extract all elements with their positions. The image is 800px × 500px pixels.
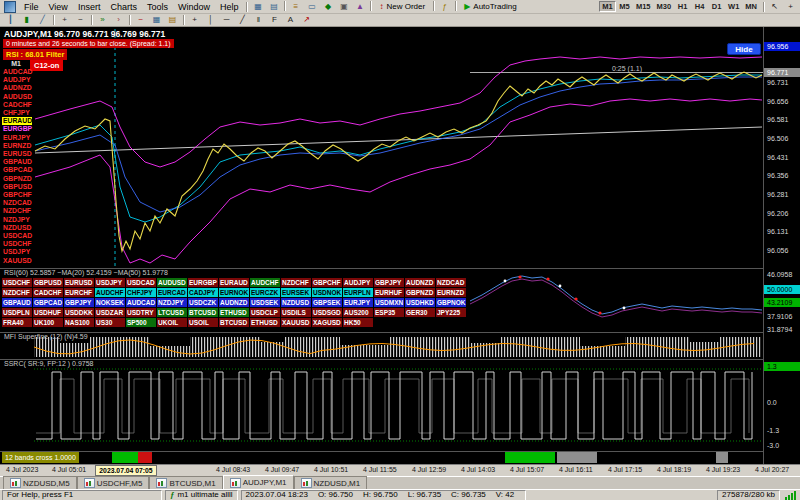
grid-cell-noksek[interactable]: NOKSEK — [95, 298, 125, 307]
chart-bars-icon[interactable]: ┃ — [3, 14, 18, 26]
timeframe-m5[interactable]: M5 — [616, 1, 633, 12]
grid-cell-audcad[interactable]: AUDCAD — [126, 298, 156, 307]
tab-btcusd-m1[interactable]: BTCUSD,M1 — [149, 476, 222, 489]
grid-cell-ethusd[interactable]: ETHUSD — [250, 318, 280, 327]
symbol-usdcad[interactable]: USDCAD — [2, 232, 32, 240]
grid-cell-esp35[interactable]: ESP35 — [374, 308, 404, 317]
grid-cell-eurczk[interactable]: EURCZK — [250, 288, 280, 297]
symbol-nzdusd[interactable]: NZDUSD — [2, 224, 32, 232]
trendline-icon[interactable]: ╱ — [235, 14, 250, 26]
fibonacci-icon[interactable]: F — [267, 14, 282, 26]
symbol-cadchf[interactable]: CADCHF — [2, 101, 32, 109]
grid-cell-eurnzd[interactable]: EURNZD — [436, 288, 466, 297]
menu-window[interactable]: Window — [173, 2, 215, 12]
grid-cell-audjpy[interactable]: AUDJPY — [343, 278, 373, 287]
grid-cell-xagusd[interactable]: XAGUSD — [312, 318, 342, 327]
crosshair-tool-icon[interactable]: + — [187, 14, 202, 26]
grid-cell-cadchf[interactable]: CADCHF — [33, 288, 63, 297]
navigator-icon[interactable]: ◆ — [320, 1, 335, 13]
grid-cell-audnzd[interactable]: AUDNZD — [405, 278, 435, 287]
menu-file[interactable]: File — [19, 2, 44, 12]
symbol-usdjpy[interactable]: USDJPY — [2, 248, 32, 256]
symbol-euraud[interactable]: EURAUD — [2, 117, 32, 125]
grid-cell-nzdchf[interactable]: NZDCHF — [2, 288, 32, 297]
grid-cell-gbpaud[interactable]: GBPAUD — [2, 298, 32, 307]
grid-cell-usdjpy[interactable]: USDJPY — [95, 278, 125, 287]
symbol-gbpcad[interactable]: GBPCAD — [2, 166, 32, 174]
grid-cell-cadjpy[interactable]: CADJPY — [188, 288, 218, 297]
menu-view[interactable]: View — [44, 2, 73, 12]
grid-cell-gbpsek[interactable]: GBPSEK — [312, 298, 342, 307]
symbol-audusd[interactable]: AUDUSD — [2, 93, 32, 101]
symbol-nzdcad[interactable]: NZDCAD — [2, 199, 32, 207]
new-order-button[interactable]: ↕ New Order — [374, 1, 430, 13]
text-icon[interactable]: A — [283, 14, 298, 26]
grid-cell-usdtry[interactable]: USDTRY — [126, 308, 156, 317]
menu-charts[interactable]: Charts — [105, 2, 142, 12]
chart-shift-icon[interactable]: › — [111, 14, 126, 26]
grid-cell-nzdjpy[interactable]: NZDJPY — [157, 298, 187, 307]
symbol-gbpusd[interactable]: GBPUSD — [2, 183, 32, 191]
market-watch-icon[interactable]: ≡ — [288, 1, 303, 13]
grid-cell-ltcusd[interactable]: LTCUSD — [157, 308, 187, 317]
timeframe-mn[interactable]: MN — [742, 1, 760, 12]
grid-cell-uk100[interactable]: UK100 — [33, 318, 63, 327]
grid-cell-eurusd[interactable]: EURUSD — [64, 278, 94, 287]
terminal-icon[interactable]: ▣ — [336, 1, 351, 13]
chart-candles-icon[interactable]: ▮ — [19, 14, 34, 26]
symbol-gbpaud[interactable]: GBPAUD — [2, 158, 32, 166]
chart-window[interactable]: 96.95696.77196.73196.65696.58196.50696.4… — [0, 27, 800, 464]
timeframe-w1[interactable]: W1 — [725, 1, 742, 12]
chart-line-icon[interactable]: ╱ — [35, 14, 50, 26]
grid-cell-gbpjpy[interactable]: GBPJPY — [374, 278, 404, 287]
grid-cell-audchf[interactable]: AUDCHF — [95, 288, 125, 297]
tab-usdchf-m5[interactable]: USDCHF,M5 — [77, 476, 150, 489]
grid-cell-gbpjpy[interactable]: GBPJPY — [64, 298, 94, 307]
symbol-usdchf[interactable]: USDCHF — [2, 240, 32, 248]
auto-scroll-icon[interactable]: » — [95, 14, 110, 26]
tab-audjpy-m1[interactable]: AUDJPY,M1 — [223, 475, 294, 489]
grid-cell-usdczk[interactable]: USDCZK — [188, 298, 218, 307]
grid-cell-aus200[interactable]: AUS200 — [343, 308, 373, 317]
grid-cell-sp500[interactable]: SP500 — [126, 318, 156, 327]
grid-cell-eurpln[interactable]: EURPLN — [343, 288, 373, 297]
grid-cell-chfjpy[interactable]: CHFJPY — [126, 288, 156, 297]
grid-cell-eurcad[interactable]: EURCAD — [157, 288, 187, 297]
grid-cell-usdchf[interactable]: USDCHF — [2, 278, 32, 287]
grid-cell-usdils[interactable]: USDILS — [281, 308, 311, 317]
grid-cell-audnzd[interactable]: AUDNZD — [219, 298, 249, 307]
symbol-eurgbp[interactable]: EURGBP — [2, 125, 32, 133]
data-window-icon[interactable]: ▭ — [304, 1, 319, 13]
grid-cell-eurhuf[interactable]: EURHUF — [374, 288, 404, 297]
grid-cell-eurchf[interactable]: EURCHF — [64, 288, 94, 297]
grid-cell-ger30[interactable]: GER30 — [405, 308, 435, 317]
menu-tools[interactable]: Tools — [142, 2, 173, 12]
symbol-eurjpy[interactable]: EURJPY — [2, 134, 32, 142]
grid-cell-ethusd[interactable]: ETHUSD — [219, 308, 249, 317]
grid-cell-gbpcad[interactable]: GBPCAD — [33, 298, 63, 307]
grid-cell-eursek[interactable]: EURSEK — [281, 288, 311, 297]
symbol-eurusd[interactable]: EURUSD — [2, 150, 32, 158]
grid-cell-nzdusd[interactable]: NZDUSD — [281, 298, 311, 307]
grid-cell-btcusd[interactable]: BTCUSD — [219, 318, 249, 327]
grid-cell-eurjpy[interactable]: EURJPY — [343, 298, 373, 307]
symbol-audcad[interactable]: AUDCAD — [2, 68, 32, 76]
arrow-icon[interactable]: ↗ — [299, 14, 314, 26]
panel-separator[interactable] — [0, 359, 763, 360]
symbol-audnzd[interactable]: AUDNZD — [2, 84, 32, 92]
grid-cell-usdzar[interactable]: USDZAR — [95, 308, 125, 317]
grid-cell-usddkk[interactable]: USDDKK — [64, 308, 94, 317]
grid-cell-xauusd[interactable]: XAUUSD — [281, 318, 311, 327]
grid-cell-nzdchf[interactable]: NZDCHF — [281, 278, 311, 287]
grid-cell-hk50[interactable]: HK50 — [343, 318, 373, 327]
tab-nzdusd-m5[interactable]: NZDUSD,M5 — [3, 476, 77, 489]
symbol-nzdjpy[interactable]: NZDJPY — [2, 216, 32, 224]
grid-cell-usdhkd[interactable]: USDHKD — [405, 298, 435, 307]
grid-cell-fra40[interactable]: FRA40 — [2, 318, 32, 327]
grid-cell-usoil[interactable]: USOIL — [188, 318, 218, 327]
grid-cell-usdpln[interactable]: USDPLN — [2, 308, 32, 317]
grid-cell-usdclp[interactable]: USDCLP — [250, 308, 280, 317]
channel-icon[interactable]: ‖ — [251, 14, 266, 26]
timeframe-m1[interactable]: M1 — [599, 1, 616, 12]
periods-icon[interactable]: ▦ — [149, 14, 164, 26]
